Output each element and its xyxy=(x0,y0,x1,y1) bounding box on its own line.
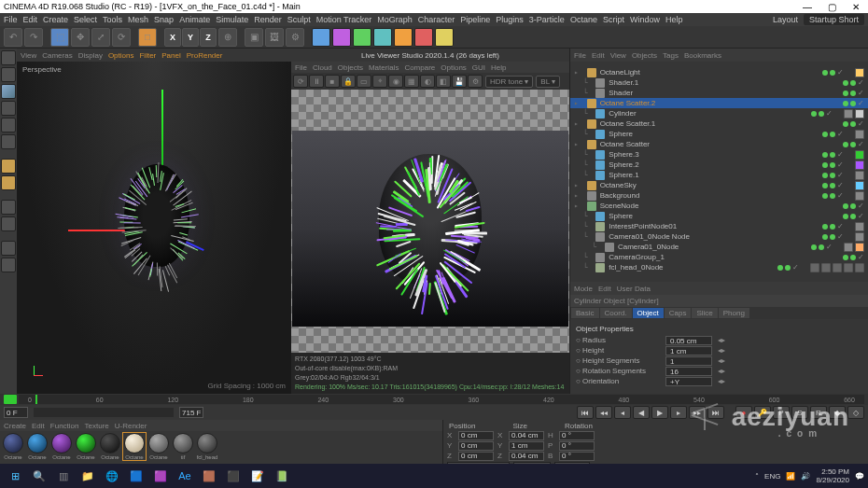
polygon-mode[interactable] xyxy=(1,134,16,149)
vp-menu-prorender[interactable]: ProRender xyxy=(187,51,223,60)
obj-row-shader[interactable]: └ Shader✓ xyxy=(570,88,868,98)
obj-menu-tags[interactable]: Tags xyxy=(663,51,679,60)
viewport-solo[interactable] xyxy=(1,175,16,190)
timeline-ruler[interactable]: 060120180240300360420480540600660 xyxy=(0,394,868,405)
obj-row-cylinder[interactable]: └ Cylinder✓ xyxy=(570,108,868,119)
rot-H[interactable] xyxy=(559,431,595,440)
obj-row-interestpointnode01[interactable]: └ InterestPointNode01✓ xyxy=(570,221,868,231)
workplane[interactable] xyxy=(1,216,16,231)
recent-tool[interactable]: □ xyxy=(138,28,157,47)
attr-field-height-segments[interactable]: 1 xyxy=(665,356,712,366)
tray-lang[interactable]: ENG xyxy=(764,472,780,481)
lv-menu-compare[interactable]: Compare xyxy=(404,63,435,72)
key-rot-button[interactable]: R xyxy=(810,406,827,419)
attr-menu-edit[interactable]: Edit xyxy=(598,285,611,293)
tray-volume-icon[interactable]: 🔊 xyxy=(801,472,810,481)
prev-frame-button[interactable]: ◂ xyxy=(614,406,631,419)
vp-menu-options[interactable]: Options xyxy=(108,51,134,60)
coord-system[interactable]: ⊕ xyxy=(218,28,237,47)
texture-mode[interactable] xyxy=(1,67,16,82)
obj-row-octanesky[interactable]: ▸ OctaneSky✓ xyxy=(570,180,868,190)
model-mode[interactable] xyxy=(1,50,16,65)
redo-button[interactable]: ↷ xyxy=(24,28,43,47)
undo-button[interactable]: ↶ xyxy=(4,28,22,47)
lv-menu-file[interactable]: File xyxy=(295,63,307,72)
obj-row-sphere-2[interactable]: └ Sphere.2✓ xyxy=(570,160,868,170)
play-back-button[interactable]: ◀ xyxy=(633,406,650,419)
pos-Y[interactable] xyxy=(458,441,494,451)
point-mode[interactable] xyxy=(1,118,16,132)
menu-tools[interactable]: Tools xyxy=(103,15,122,24)
obj-row-sphere-1[interactable]: └ Sphere.1✓ xyxy=(570,170,868,180)
material-slot-3[interactable]: Octane xyxy=(75,433,97,460)
vp-menu-filter[interactable]: Filter xyxy=(139,51,156,60)
app5-icon[interactable]: 📝 xyxy=(246,467,269,485)
obj-row-octanelight[interactable]: ▸ OctaneLight✓ xyxy=(570,67,868,77)
obj-menu-bookmarks[interactable]: Bookmarks xyxy=(684,51,721,60)
material-slot-7[interactable]: tif xyxy=(172,433,194,460)
mat-menu-create[interactable]: Create xyxy=(4,422,26,430)
current-frame-field[interactable] xyxy=(179,407,203,418)
next-key-button[interactable]: ▸▸ xyxy=(689,406,706,419)
lv-menu-options[interactable]: Options xyxy=(441,63,467,72)
tray-wifi-icon[interactable]: 📶 xyxy=(786,472,795,481)
layout-dropdown[interactable]: Startup Short xyxy=(804,14,864,25)
render-settings[interactable]: ⚙ xyxy=(286,28,304,47)
obj-menu-objects[interactable]: Objects xyxy=(632,51,657,60)
obj-row-sphere-3[interactable]: └ Sphere.3✓ xyxy=(570,149,868,160)
lv-menu-gui[interactable]: GUI xyxy=(472,63,485,72)
obj-row-scenenode[interactable]: ▸ SceneNode✓ xyxy=(570,201,868,211)
playhead[interactable] xyxy=(35,395,37,404)
planar-workplane-icon[interactable] xyxy=(1,258,16,272)
app2-icon[interactable]: 🟪 xyxy=(149,467,172,485)
attr-tab-phong[interactable]: Phong xyxy=(719,308,749,318)
mat-menu-texture[interactable]: Texture xyxy=(85,422,109,430)
material-slot-1[interactable]: Octane xyxy=(26,433,49,460)
record-button[interactable]: ● xyxy=(735,406,752,419)
menu-select[interactable]: Select xyxy=(74,15,97,24)
hdr-tone-dropdown[interactable]: HDR tone ▾ xyxy=(485,76,533,88)
vp-menu-display[interactable]: Display xyxy=(78,51,103,60)
axis-mode[interactable] xyxy=(1,159,16,174)
menu-mograph[interactable]: MoGraph xyxy=(377,15,413,24)
generator-tool[interactable] xyxy=(353,28,371,47)
menu-character[interactable]: Character xyxy=(418,15,455,24)
menu-create[interactable]: Create xyxy=(43,15,68,24)
attr-field-height[interactable]: 1 cm xyxy=(665,346,712,356)
next-frame-button[interactable]: ▸ xyxy=(670,406,687,419)
menu-render[interactable]: Render xyxy=(254,15,282,24)
attr-tab-caps[interactable]: Caps xyxy=(665,308,692,318)
lv-restart-button[interactable]: ⟳ xyxy=(293,75,308,88)
lv-menu-materials[interactable]: Materials xyxy=(369,63,399,72)
lv-menu-cloud[interactable]: Cloud xyxy=(313,63,332,72)
rotate-tool[interactable]: ⟳ xyxy=(112,28,131,47)
scale-tool[interactable]: ⤢ xyxy=(91,28,110,47)
obj-row-fcl_head_0node[interactable]: └ fcl_head_0Node✓ xyxy=(570,262,868,272)
menu-motion-tracker[interactable]: Motion Tracker xyxy=(316,15,372,24)
lv-stop-button[interactable]: ■ xyxy=(325,75,340,88)
obj-menu-file[interactable]: File xyxy=(574,51,586,60)
menu-file[interactable]: File xyxy=(4,15,18,24)
obj-row-octane-scatter[interactable]: ▸ Octane Scatter✓ xyxy=(570,139,868,149)
material-slot-5[interactable]: Octane xyxy=(123,433,146,460)
menu-simulate[interactable]: Simulate xyxy=(216,15,248,24)
tray-notifications-icon[interactable]: 💬 xyxy=(855,472,864,481)
obj-row-camera01_0node[interactable]: └ Camera01_0Node✓ xyxy=(570,242,868,252)
menu-pipeline[interactable]: Pipeline xyxy=(460,15,490,24)
prev-key-button[interactable]: ◂◂ xyxy=(595,406,612,419)
windows-taskbar[interactable]: ⊞ 🔍 ▥ 📁 🌐 🟦 🟪 Ae 🟫 ⬛ 📝 📗 ˄ ENG 📶 🔊 2:50 … xyxy=(0,464,868,488)
attr-tab-object[interactable]: Object xyxy=(633,308,664,318)
obj-menu-view[interactable]: View xyxy=(610,51,626,60)
vp-menu-view[interactable]: View xyxy=(21,51,36,60)
attr-tab-coord[interactable]: Coord. xyxy=(600,308,632,318)
locked-workplane-icon[interactable] xyxy=(1,241,16,256)
lv-menu-help[interactable]: Help xyxy=(491,63,506,72)
obj-row-camera01_0node-node[interactable]: └ Camera01_0Node Node✓ xyxy=(570,231,868,242)
menu-help[interactable]: Help xyxy=(665,15,683,24)
timeline-start-field[interactable] xyxy=(4,407,28,418)
obj-row-sphere[interactable]: └ Sphere✓ xyxy=(570,129,868,139)
spline-tool[interactable] xyxy=(332,28,351,47)
lock-x[interactable]: X xyxy=(164,28,181,47)
app3-icon[interactable]: Ae xyxy=(174,467,196,485)
bl-dropdown[interactable]: BL ▾ xyxy=(536,76,560,88)
